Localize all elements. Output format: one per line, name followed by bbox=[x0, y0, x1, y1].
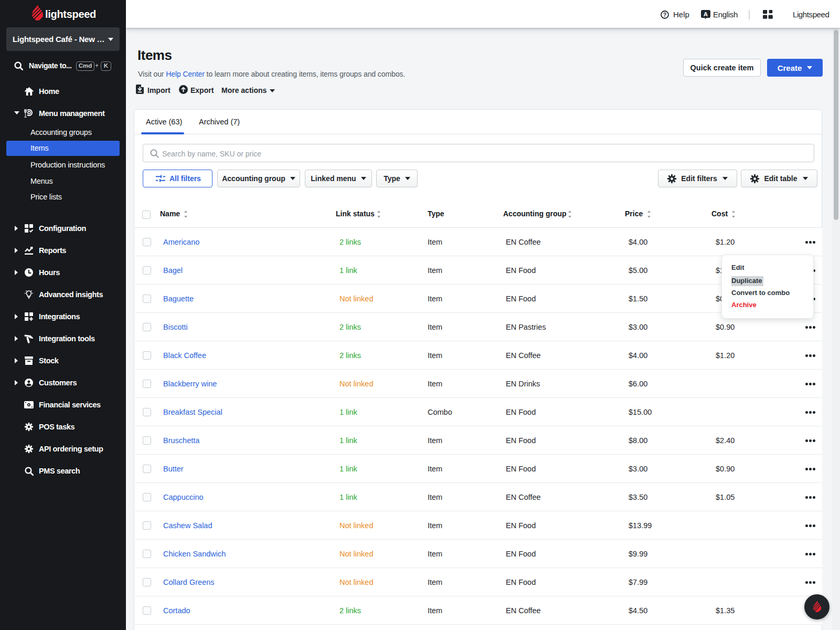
svg-text:?: ? bbox=[663, 12, 666, 18]
svg-text:A: A bbox=[704, 11, 708, 17]
